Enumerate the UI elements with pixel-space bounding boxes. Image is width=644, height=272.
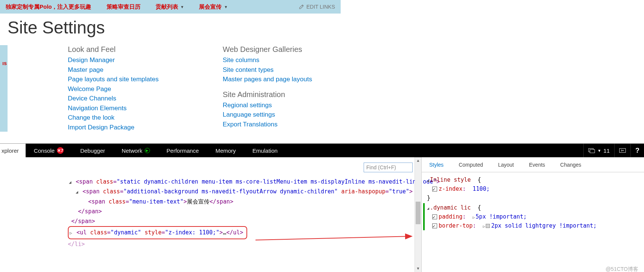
tab-styles[interactable]: Styles xyxy=(422,157,451,172)
nav-promo[interactable]: 独家定制专属Polo，注入更多玩趣 xyxy=(6,3,92,11)
section-heading: Web Designer Galleries xyxy=(223,45,312,54)
collapse-icon[interactable]: ◢ xyxy=(427,178,429,184)
devtools-panel: xplorer Console ✕7 Debugger Network ▶ Pe… xyxy=(0,143,644,272)
tab-network[interactable]: Network ▶ xyxy=(113,144,158,157)
color-swatch-icon[interactable] xyxy=(486,224,490,228)
nav-item-label: 策略审查日历 xyxy=(107,3,141,11)
link-page-layouts[interactable]: Page layouts and site templates xyxy=(68,74,159,84)
css-property[interactable]: z-index: 1100; xyxy=(427,184,640,193)
dom-node[interactable]: <span class="additional-background ms-na… xyxy=(68,187,403,196)
css-rule-dynamic[interactable]: ◢.dynamic lic { padding: ▷5px !important… xyxy=(423,203,640,230)
look-and-feel-section: Look and Feel Design Manager Master page… xyxy=(68,45,159,132)
scroll-down-button[interactable]: ▼ xyxy=(415,265,421,272)
tab-label: Network xyxy=(122,147,142,154)
section-heading: Look and Feel xyxy=(68,45,159,54)
checkbox-icon[interactable] xyxy=(432,214,437,219)
error-count-badge: ✕7 xyxy=(57,147,64,154)
link-import-design-package[interactable]: Import Design Package xyxy=(68,123,159,132)
nav-item-label: 贡献列表 xyxy=(156,3,178,11)
left-nav-fragment: ıs xyxy=(0,45,8,132)
tab-debugger[interactable]: Debugger xyxy=(72,144,113,157)
nav-item-label: 展会宣传 xyxy=(199,3,222,11)
tab-layout[interactable]: Layout xyxy=(491,157,522,172)
expand-icon[interactable] xyxy=(68,179,72,186)
devtools-tabbar: xplorer Console ✕7 Debugger Network ▶ Pe… xyxy=(0,144,644,157)
web-designer-section: Web Designer Galleries Site columns Site… xyxy=(223,45,312,84)
styles-tabbar: Styles Computed Layout Events Changes xyxy=(422,157,644,172)
checkbox-icon[interactable] xyxy=(432,187,437,191)
chevron-down-icon: ▼ xyxy=(181,5,184,9)
help-icon: ? xyxy=(635,147,639,155)
link-site-columns[interactable]: Site columns xyxy=(223,55,312,65)
annotation-arrow xyxy=(255,229,418,251)
site-admin-section: Site Administration Regional settings La… xyxy=(223,90,312,129)
tab-console[interactable]: Console ✕7 xyxy=(26,144,72,157)
edit-links-label: EDIT LINKS xyxy=(306,4,335,10)
step-button[interactable] xyxy=(614,144,630,157)
link-device-channels[interactable]: Device Channels xyxy=(68,94,159,103)
tab-performance[interactable]: Performance xyxy=(158,144,207,157)
link-design-manager[interactable]: Design Manager xyxy=(68,55,159,65)
tab-events[interactable]: Events xyxy=(522,157,553,172)
css-rule-inline[interactable]: ◢Inline style { z-index: 1100; } xyxy=(423,175,640,202)
help-button[interactable]: ? xyxy=(630,144,644,157)
pencil-icon xyxy=(299,4,304,9)
css-property[interactable]: border-top: ▷2px solid lightgrey !import… xyxy=(427,221,640,230)
find-input[interactable]: Find (Ctrl+F) xyxy=(364,163,413,172)
section-heading: Site Administration xyxy=(223,90,312,99)
tab-computed[interactable]: Computed xyxy=(451,157,491,172)
changes-indicator[interactable]: ▼ 11 xyxy=(583,144,614,157)
collapse-icon[interactable]: ◢ xyxy=(427,205,429,211)
link-change-the-look[interactable]: Change the look xyxy=(68,113,159,123)
svg-rect-1 xyxy=(590,149,595,153)
link-regional-settings[interactable]: Regional settings xyxy=(223,100,312,110)
watermark: @51CTO博客 xyxy=(606,266,638,272)
link-language-settings[interactable]: Language settings xyxy=(223,110,312,120)
edit-links-button[interactable]: EDIT LINKS xyxy=(299,4,335,10)
link-welcome-page[interactable]: Welcome Page xyxy=(68,84,159,94)
expand-icon[interactable] xyxy=(69,229,73,237)
styles-panel: Styles Computed Layout Events Changes ◢I… xyxy=(421,157,644,272)
link-export-translations[interactable]: Export Translations xyxy=(223,120,312,129)
tab-label: Console xyxy=(34,147,55,154)
scroll-up-button[interactable]: ▲ xyxy=(415,157,421,164)
nav-item-contrib[interactable]: 贡献列表 ▼ xyxy=(156,3,184,11)
tab-emulation[interactable]: Emulation xyxy=(244,144,286,157)
dom-node[interactable]: </span> xyxy=(68,207,403,216)
tab-changes[interactable]: Changes xyxy=(553,157,589,172)
link-site-content-types[interactable]: Site content types xyxy=(223,65,312,75)
top-nav: 独家定制专属Polo，注入更多玩趣 策略审查日历 贡献列表 ▼ 展会宣传 ▼ E… xyxy=(0,0,341,14)
css-property[interactable]: padding: ▷5px !important; xyxy=(427,212,640,221)
change-count: 11 xyxy=(603,147,610,154)
monitor-icon xyxy=(588,148,595,153)
chevron-down-icon: ▼ xyxy=(224,5,228,9)
expand-icon[interactable] xyxy=(75,188,79,196)
link-master-pages-layouts[interactable]: Master pages and page layouts xyxy=(223,74,312,84)
checkbox-icon[interactable] xyxy=(432,223,437,228)
tab-dom-explorer[interactable]: xplorer xyxy=(0,144,26,157)
link-master-page[interactable]: Master page xyxy=(68,65,159,75)
play-icon: ▶ xyxy=(145,148,150,153)
nav-item-exhibit[interactable]: 展会宣传 ▼ xyxy=(199,3,228,11)
dom-node[interactable]: <span class="menu-item-text">展会宣传</span> xyxy=(68,197,403,207)
link-navigation-elements[interactable]: Navigation Elements xyxy=(68,103,159,113)
dom-node[interactable]: <span class="static dynamic-children men… xyxy=(68,177,403,187)
nav-item-calendar[interactable]: 策略审查日历 xyxy=(107,3,141,11)
dom-node[interactable]: </span> xyxy=(68,216,403,226)
tab-memory[interactable]: Memory xyxy=(207,144,244,157)
step-icon xyxy=(619,148,626,153)
page-title: Site Settings xyxy=(8,17,644,38)
svg-line-3 xyxy=(255,236,412,240)
scrollbar[interactable]: ▲ ▼ xyxy=(415,157,421,272)
dom-tree-panel: Find (Ctrl+F) <span class="static dynami… xyxy=(0,157,415,272)
scroll-thumb[interactable] xyxy=(416,202,421,224)
